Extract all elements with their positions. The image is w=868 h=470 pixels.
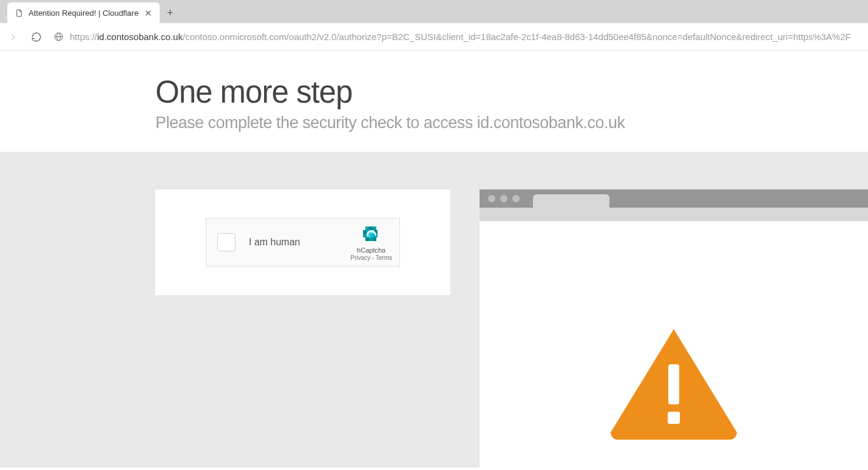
svg-rect-17: [668, 364, 679, 404]
hcaptcha-checkbox[interactable]: [217, 233, 236, 251]
site-info-icon[interactable]: [53, 32, 64, 42]
hcaptcha-brand-name: hCaptcha: [357, 247, 385, 254]
page-header: One more step Please complete the securi…: [0, 51, 868, 152]
illustration-urlbar: [480, 208, 868, 221]
svg-rect-6: [363, 230, 367, 234]
hcaptcha-brand: hCaptcha Privacy - Terms: [350, 224, 392, 261]
forward-button: [4, 27, 23, 47]
browser-tab-strip: Attention Required! | Cloudflare ✕ +: [0, 0, 868, 23]
svg-rect-3: [365, 226, 369, 230]
refresh-button[interactable]: [27, 27, 46, 47]
illustration-tab: [533, 194, 609, 208]
window-dot-icon: [500, 195, 507, 202]
hcaptcha-label: I am human: [249, 237, 350, 248]
page-body: I am human: [0, 152, 868, 468]
browser-illustration: [480, 189, 868, 468]
page-subtitle: Please complete the security check to ac…: [155, 114, 868, 132]
illustration-titlebar: [480, 189, 868, 208]
svg-rect-18: [668, 412, 680, 424]
illustration-body: [480, 221, 868, 470]
close-tab-icon[interactable]: ✕: [143, 7, 154, 19]
hcaptcha-widget: I am human: [206, 218, 400, 267]
new-tab-button[interactable]: +: [160, 2, 180, 23]
hcaptcha-terms-link[interactable]: Terms: [376, 254, 392, 261]
browser-tab[interactable]: Attention Required! | Cloudflare ✕: [7, 2, 160, 23]
browser-toolbar: https://id.contosobank.co.uk/contoso.onm…: [0, 23, 868, 51]
window-dot-icon: [512, 195, 520, 202]
tab-title: Attention Required! | Cloudflare: [29, 9, 138, 18]
hcaptcha-privacy-link[interactable]: Privacy: [350, 254, 370, 261]
svg-rect-12: [370, 234, 374, 237]
hcaptcha-logo-icon: [361, 224, 382, 246]
svg-rect-10: [363, 234, 367, 237]
warning-triangle-icon: [607, 324, 741, 440]
svg-rect-16: [373, 237, 376, 241]
page-title: One more step: [155, 74, 868, 110]
window-dot-icon: [488, 195, 495, 202]
captcha-card: I am human: [155, 189, 450, 295]
svg-rect-14: [365, 237, 369, 241]
address-bar[interactable]: https://id.contosobank.co.uk/contoso.onm…: [50, 32, 864, 42]
svg-rect-15: [369, 237, 373, 241]
svg-rect-5: [373, 226, 376, 230]
page-favicon-icon: [15, 9, 24, 18]
url-text: https://id.contosobank.co.uk/contoso.onm…: [70, 32, 851, 42]
hcaptcha-legal: Privacy - Terms: [350, 254, 392, 261]
svg-rect-4: [369, 226, 373, 230]
